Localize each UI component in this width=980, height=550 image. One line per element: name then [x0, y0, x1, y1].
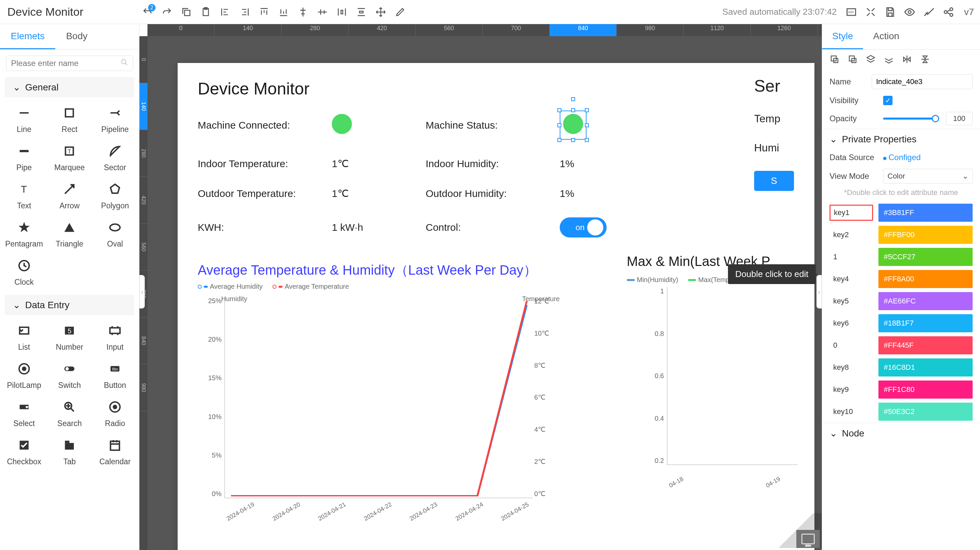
key-input[interactable]: key2 [829, 227, 873, 242]
palette-checkbox[interactable]: Checkbox [3, 438, 46, 466]
color-key-row[interactable]: key8#16C8D1 [822, 357, 980, 379]
color-swatch[interactable]: #5CCF27 [878, 248, 973, 266]
color-key-row[interactable]: key10#50E3C2 [822, 401, 980, 423]
palette-pipeline[interactable]: Pipeline [94, 106, 137, 134]
bring-front-icon[interactable] [829, 54, 840, 66]
palette-arrow[interactable]: Arrow [48, 182, 91, 210]
visibility-checkbox[interactable]: ✓ [883, 96, 892, 105]
resolution-icon[interactable]: 1920 [845, 5, 858, 19]
align-right-icon[interactable] [239, 6, 251, 18]
color-key-row[interactable]: 0#FF445F [822, 334, 980, 357]
align-center-v-icon[interactable] [317, 6, 328, 18]
palette-radio[interactable]: Radio [94, 399, 137, 428]
opacity-value[interactable]: 100 [946, 112, 973, 125]
palette-input[interactable]: Input [94, 323, 137, 352]
selected-element[interactable] [560, 111, 587, 139]
color-key-row[interactable]: key5#AE66FC [822, 290, 980, 312]
color-key-row[interactable]: 1#5CCF27 [822, 246, 980, 268]
color-key-row[interactable]: key1#3B81FF [822, 202, 980, 224]
color-key-row[interactable]: key6#18B1F7 [822, 312, 980, 334]
distribute-v-icon[interactable] [355, 6, 368, 18]
sensor-button[interactable]: S [754, 171, 794, 191]
copy-icon[interactable] [180, 6, 192, 18]
palette-polygon[interactable]: Polygon [94, 182, 137, 210]
edit-icon[interactable] [394, 6, 406, 18]
send-back-icon[interactable] [848, 54, 858, 66]
collapse-right-handle[interactable]: › [816, 275, 822, 309]
undo-icon[interactable] [142, 6, 153, 18]
color-swatch[interactable]: #FFBF00 [878, 226, 973, 244]
paste-icon[interactable] [200, 6, 212, 18]
minimap[interactable] [796, 530, 820, 548]
key-input[interactable]: key6 [829, 316, 873, 331]
key-input[interactable]: key5 [829, 294, 873, 309]
color-swatch[interactable]: #50E3C2 [878, 403, 973, 421]
palette-line[interactable]: Line [3, 106, 46, 134]
distribute-h-icon[interactable] [336, 6, 348, 18]
align-left-icon[interactable] [219, 6, 231, 18]
design-canvas[interactable]: Device Monitor Machine Connected: Machin… [178, 63, 815, 550]
redo-icon[interactable] [161, 6, 173, 18]
palette-marquee[interactable]: TMarquee [48, 144, 91, 172]
layer-up-icon[interactable] [866, 54, 876, 66]
palette-switch[interactable]: Switch [48, 361, 91, 390]
tab-action[interactable]: Action [863, 24, 909, 49]
palette-number[interactable]: 5Number [48, 323, 91, 352]
datasource-link[interactable]: Configed [888, 153, 921, 162]
key-input[interactable]: key10 [829, 404, 873, 419]
search-input-wrapper[interactable] [6, 55, 133, 71]
align-top-icon[interactable] [258, 6, 270, 18]
color-swatch[interactable]: #AE66FC [878, 292, 973, 310]
palette-oval[interactable]: Oval [94, 220, 137, 249]
color-swatch[interactable]: #16C8D1 [878, 358, 973, 377]
align-bottom-icon[interactable] [277, 6, 290, 18]
section-private[interactable]: ⌄ Private Properties [822, 128, 980, 149]
control-toggle[interactable]: on [560, 217, 607, 238]
color-swatch[interactable]: #18B1F7 [878, 314, 973, 332]
palette-clock[interactable]: Clock [3, 258, 46, 287]
key-input[interactable]: key1 [829, 204, 873, 221]
search-input[interactable] [11, 59, 117, 68]
move-icon[interactable] [375, 6, 387, 18]
section-data-entry[interactable]: ⌄ Data Entry [5, 295, 134, 315]
key-input[interactable]: key8 [829, 360, 873, 375]
palette-search[interactable]: Search [48, 399, 91, 428]
palette-text[interactable]: TText [3, 182, 46, 210]
color-swatch[interactable]: #3B81FF [878, 204, 973, 222]
viewmode-select[interactable]: Color ⌄ [883, 169, 973, 184]
key-input[interactable]: 0 [829, 338, 873, 353]
palette-triangle[interactable]: Triangle [48, 220, 91, 249]
flip-h-icon[interactable] [902, 54, 912, 66]
tab-elements[interactable]: Elemets [0, 24, 55, 49]
section-general[interactable]: ⌄ General [5, 77, 134, 97]
tab-style[interactable]: Style [822, 24, 863, 49]
key-input[interactable]: key9 [829, 382, 873, 397]
section-node[interactable]: ⌄ Node [822, 423, 980, 444]
palette-rect[interactable]: Rect [48, 106, 91, 134]
tab-body[interactable]: Body [55, 24, 98, 49]
palette-select[interactable]: Select [3, 399, 46, 428]
collapse-left-handle[interactable]: ‹ [139, 275, 145, 309]
canvas-area[interactable]: 014028042056070084098011201260 014028042… [139, 24, 822, 550]
color-swatch[interactable]: #FF1C80 [878, 380, 973, 399]
fit-icon[interactable] [864, 5, 877, 19]
color-key-row[interactable]: key9#FF1C80 [822, 379, 980, 401]
preview-icon[interactable] [903, 5, 916, 19]
palette-button[interactable]: BtnButton [94, 361, 137, 390]
palette-list[interactable]: List [3, 323, 46, 352]
opacity-slider[interactable] [883, 117, 939, 120]
palette-calendar[interactable]: Calendar [94, 438, 137, 466]
flip-v-icon[interactable] [920, 54, 930, 66]
color-key-row[interactable]: key2#FFBF00 [822, 224, 980, 246]
color-key-row[interactable]: key4#FF8A00 [822, 268, 980, 290]
palette-pentagram[interactable]: Pentagram [3, 220, 46, 249]
share-icon[interactable] [942, 5, 955, 19]
layer-down-icon[interactable] [884, 54, 894, 66]
palette-pipe[interactable]: Pipe [3, 144, 46, 172]
palette-pilotlamp[interactable]: PilotLamp [3, 361, 46, 390]
key-input[interactable]: key4 [829, 272, 873, 286]
name-input[interactable] [872, 74, 973, 89]
save-icon[interactable] [883, 5, 897, 19]
color-swatch[interactable]: #FF445F [878, 336, 973, 354]
align-center-h-icon[interactable] [297, 6, 309, 18]
